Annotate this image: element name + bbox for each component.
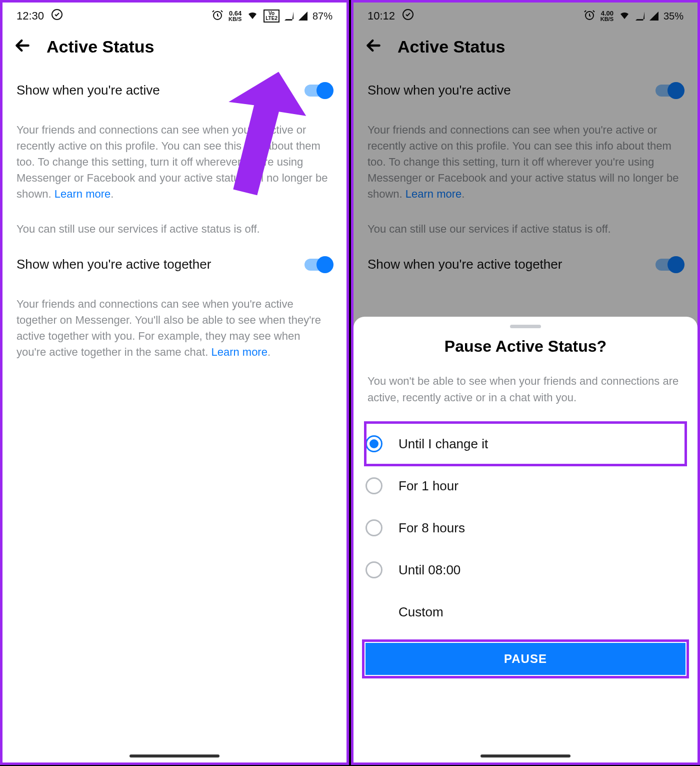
pause-option-row[interactable]: For 8 hours <box>366 507 686 549</box>
setting-description: Your friends and connections can see whe… <box>16 98 332 202</box>
clock-check-icon <box>51 9 63 24</box>
page-header: Active Status <box>2 26 346 62</box>
pause-option-row[interactable]: For 1 hour <box>366 465 686 507</box>
radio-icon[interactable] <box>366 435 382 452</box>
sheet-handle[interactable] <box>510 325 541 328</box>
option-label: For 8 hours <box>398 520 465 536</box>
radio-icon[interactable] <box>366 477 382 494</box>
pause-option-row[interactable]: Until 08:00 <box>366 549 686 591</box>
setting-row-together: Show when you're active together <box>16 236 332 272</box>
pause-bottom-sheet: Pause Active Status? You won't be able t… <box>354 317 698 762</box>
home-indicator[interactable] <box>130 754 220 757</box>
learn-more-link[interactable]: Learn more <box>211 346 268 358</box>
setting-description: Your friends and connections can see whe… <box>16 272 332 360</box>
right-screenshot: 10:12 4.00 KB/S 35% Active Status <box>351 0 700 765</box>
setting-label: Show when you're active <box>16 83 160 98</box>
page-title: Active Status <box>46 37 154 57</box>
radio-icon[interactable] <box>366 603 382 620</box>
data-speed-indicator: 0.64 KB/S <box>228 10 242 22</box>
signal-icon-2 <box>298 12 308 21</box>
sub-note: You can still use our services if active… <box>16 202 332 236</box>
wifi-icon <box>246 9 258 24</box>
volte-icon: VoLTE2 <box>264 10 280 23</box>
home-indicator[interactable] <box>480 754 570 757</box>
pause-button[interactable]: PAUSE <box>366 643 686 675</box>
toggle-together[interactable] <box>304 259 332 271</box>
battery-percent: 87% <box>312 11 332 22</box>
option-label: Until 08:00 <box>398 562 460 578</box>
option-label: Until I change it <box>398 436 488 452</box>
left-screenshot: 12:30 0.64 KB/S VoLTE2 87% Activ <box>0 0 349 765</box>
toggle-active[interactable] <box>304 85 332 97</box>
sheet-description: You won't be able to see when your frien… <box>354 369 698 421</box>
status-bar: 12:30 0.64 KB/S VoLTE2 87% <box>2 3 346 26</box>
setting-row-active: Show when you're active <box>16 62 332 98</box>
setting-label: Show when you're active together <box>16 257 211 272</box>
back-arrow-icon[interactable] <box>12 36 32 58</box>
option-label: Custom <box>398 604 444 620</box>
signal-icon-1 <box>284 12 294 21</box>
option-label: For 1 hour <box>398 478 458 494</box>
radio-icon[interactable] <box>366 519 382 536</box>
alarm-icon <box>212 9 224 24</box>
learn-more-link[interactable]: Learn more <box>54 188 111 200</box>
pause-option-row[interactable]: Custom <box>366 591 686 633</box>
radio-icon[interactable] <box>366 561 382 578</box>
status-time: 12:30 <box>16 10 44 23</box>
sheet-title: Pause Active Status? <box>354 337 698 369</box>
pause-option-row[interactable]: Until I change it <box>366 423 686 465</box>
